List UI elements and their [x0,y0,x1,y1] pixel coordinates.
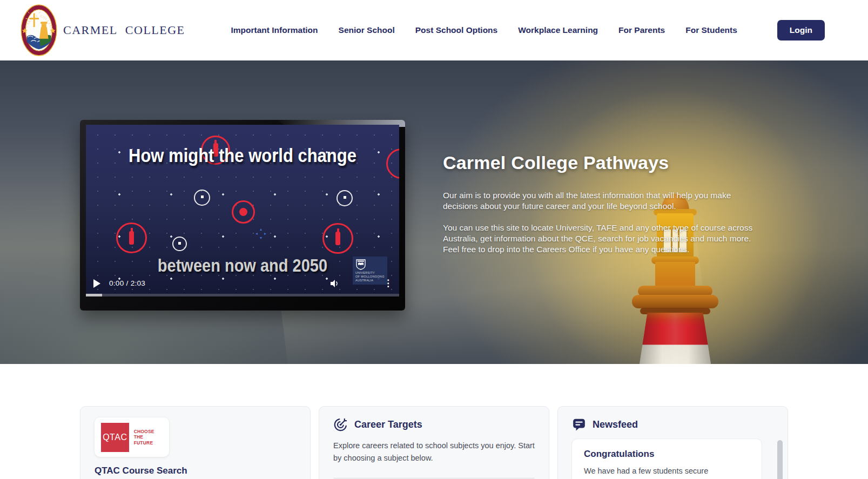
video-caption-line2: between now and 2050 [86,256,399,276]
newsfeed-icon [572,417,586,431]
nav-for-parents[interactable]: For Parents [618,25,665,35]
deco-bottle-circle [322,223,353,254]
hero-paragraph-2: You can use this site to locate Universi… [443,222,763,255]
deco-bottle-circle [116,222,147,253]
video-controls: 0:00 / 2:03 ⋮ [93,279,393,288]
card-career-targets: Career Targets Explore careers related t… [319,406,549,479]
deco-dot-circle [172,237,187,251]
career-targets-description: Explore careers related to school subjec… [333,440,535,465]
hero-section: Carmel College Pathways Our aim is to pr… [0,60,868,364]
main-nav: Important Information Senior School Post… [231,20,825,41]
nav-important-information[interactable]: Important Information [231,25,318,35]
brand[interactable]: CARMEL COLLEGE LET YOUR LIGHT SHINE [20,4,185,57]
nav-for-students[interactable]: For Students [685,25,737,35]
deco-reddot-circle [232,200,255,224]
video-player[interactable]: How might the world change between now a… [86,125,399,296]
deco-dot-circle [194,190,210,206]
qtac-logo-mark: QTAC [101,423,129,452]
volume-button[interactable] [330,279,339,288]
college-crest-logo: CARMEL COLLEGE LET YOUR LIGHT SHINE [20,4,58,57]
cards-section: QTAC CHOOSE THE FUTURE QTAC Course Searc… [0,364,868,479]
card-newsfeed: Newsfeed Congratulations We have had a f… [557,406,788,479]
overflow-menu-button[interactable]: ⋮ [383,279,393,288]
card-title-newsfeed: Newsfeed [593,419,638,430]
card-qtac-course-search[interactable]: QTAC CHOOSE THE FUTURE QTAC Course Searc… [80,406,311,479]
video-progress-bar[interactable] [86,294,399,296]
qtac-logo-tagline: CHOOSE THE FUTURE [134,429,163,446]
deco-dot-circle [337,190,353,206]
uow-shield-icon [356,259,366,270]
site-header: CARMEL COLLEGE LET YOUR LIGHT SHINE [0,0,868,60]
login-button[interactable]: Login [777,20,825,41]
newsfeed-post-text: We have had a few students secure Traine… [584,465,750,479]
nav-senior-school[interactable]: Senior School [339,25,395,35]
card-divider [333,478,535,478]
card-title-qtac: QTAC Course Search [95,465,296,476]
card-title-career-targets: Career Targets [354,419,422,430]
nav-workplace-learning[interactable]: Workplace Learning [518,25,598,35]
video-monitor-frame: How might the world change between now a… [80,120,405,311]
lighthouse-tower [640,313,711,364]
video-caption-line1: How might the world change [86,145,399,167]
newsfeed-post-title: Congratulations [584,449,750,460]
hero-paragraph-1: Our aim is to provide you with all the l… [443,190,763,212]
play-button[interactable] [93,279,100,288]
deco-cursor-arrows [254,227,267,240]
hero-copy: Carmel College Pathways Our aim is to pr… [443,152,763,255]
page-title: Carmel College Pathways [443,152,763,173]
qtac-logo: QTAC CHOOSE THE FUTURE [95,417,169,457]
nav-post-school-options[interactable]: Post School Options [415,25,497,35]
video-progress-loaded [86,294,102,296]
video-time: 0:00 / 2:03 [109,279,145,287]
career-targets-icon [333,417,348,432]
newsfeed-scrollbar[interactable] [777,440,783,479]
newsfeed-post[interactable]: Congratulations We have had a few studen… [572,439,762,479]
brand-wordmark: CARMEL COLLEGE [63,23,185,37]
lighthouse-gallery [632,295,718,308]
